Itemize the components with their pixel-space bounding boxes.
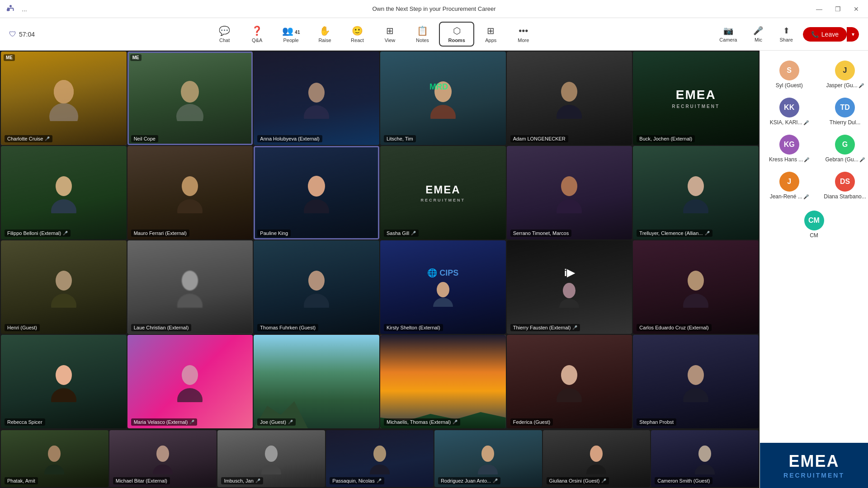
pauline-name: Pauline King xyxy=(260,230,288,236)
video-cell-michael[interactable]: Michael Bitar (External) xyxy=(109,430,217,487)
nav-apps[interactable]: ⊞ Apps xyxy=(475,23,507,46)
thomas-video xyxy=(254,240,379,334)
video-cell-joe[interactable]: Joe (Guest) 🎤 xyxy=(254,335,379,428)
video-cell-pauline[interactable]: Pauline King xyxy=(254,146,379,239)
video-cell-giuliana[interactable]: Giuliana Orsini (Guest) 🎤 xyxy=(543,430,651,487)
camera-button[interactable]: 📷 Camera xyxy=(713,23,743,45)
nav-people[interactable]: 👥 41 People xyxy=(274,23,308,46)
minimize-button[interactable]: — xyxy=(812,4,826,14)
video-cell-rebecca[interactable]: Rebecca Spicer xyxy=(1,335,127,428)
svg-point-35 xyxy=(56,365,72,385)
view-icon: ⊞ xyxy=(386,25,394,36)
rebecca-video xyxy=(1,335,127,428)
name-tag-anna: Anna Holubyeva (External) xyxy=(257,135,322,142)
sasha-mic: 🎤 xyxy=(411,231,416,235)
video-cell-carlos[interactable]: Carlos Eduardo Cruz (External) xyxy=(633,240,759,334)
more-options-button[interactable]: ... xyxy=(18,4,31,14)
imbusch-name: Imbusch, Jan xyxy=(224,478,253,483)
svg-point-47 xyxy=(153,465,173,474)
people-icon-wrap: 👥 41 xyxy=(282,25,300,36)
video-cell-maria[interactable]: Maria Velasco (External) 🎤 xyxy=(127,335,253,428)
restore-button[interactable]: ❐ xyxy=(831,4,844,14)
cm-name: CM xyxy=(810,232,818,239)
avatar-thierry-d: TD xyxy=(835,98,855,117)
video-cell-thomas[interactable]: Thomas Fuhrken (Guest) xyxy=(254,240,379,334)
nav-react[interactable]: 🙂 React xyxy=(341,23,373,46)
avatar-cm: CM xyxy=(804,211,824,230)
video-cell-neil[interactable]: ME Neil Cope xyxy=(127,52,253,145)
name-tag-serrano: Serrano Timonet, Marcos xyxy=(510,230,572,237)
video-cell-kirsty[interactable]: 🌐 CIPS Kirsty Shelton (External) xyxy=(380,240,506,334)
neil-name: Neil Cope xyxy=(134,136,156,141)
name-tag-neil: Neil Cope xyxy=(131,135,158,142)
svg-point-42 xyxy=(688,365,704,385)
video-cell-serrano[interactable]: Serrano Timonet, Marcos xyxy=(507,146,632,239)
video-cell-litsche[interactable]: MRD Litsche, Tim xyxy=(380,52,506,145)
video-cell-stephan[interactable]: Stephan Probst xyxy=(633,335,759,428)
svg-point-27 xyxy=(308,271,325,291)
raise-label: Raise xyxy=(318,38,331,43)
video-cell-imbusch[interactable]: Imbusch, Jan 🎤 xyxy=(217,430,325,487)
nav-raise[interactable]: ✋ Raise xyxy=(309,23,340,46)
nav-view[interactable]: ⊞ View xyxy=(374,23,406,46)
video-cell-sasha[interactable]: EMEA RECRUITMENT Sasha Gill 🎤 xyxy=(380,146,506,239)
video-cell-phatak[interactable]: Phatak, Amit xyxy=(1,430,108,487)
nav-rooms[interactable]: ⬡ Rooms xyxy=(439,22,474,47)
leave-button[interactable]: 📞 Leave xyxy=(803,27,847,42)
video-cell-henri[interactable]: Henri (Guest) xyxy=(1,240,127,334)
nav-qa[interactable]: ❓ Q&A xyxy=(241,23,273,46)
video-cell-adam[interactable]: Adam LONGENECKER xyxy=(507,52,632,145)
video-cell-thierry-f[interactable]: i▶ Thierry Fausten (External) 🎤 xyxy=(507,240,632,334)
bottom-row: Phatak, Amit Michael Bitar (External) Im… xyxy=(0,429,760,488)
avatar-syl: S xyxy=(779,61,799,80)
svg-point-20 xyxy=(557,199,582,213)
avatar-jean-rene: J xyxy=(779,172,799,192)
leave-dropdown-button[interactable]: ▾ xyxy=(847,27,859,42)
meeting-title: Own the Next Step in your Procurement Ca… xyxy=(372,5,495,12)
federica-name: Federica (Guest) xyxy=(513,419,551,425)
svg-point-34 xyxy=(683,294,708,308)
name-tag-rodriguez: Rodriguez Juan Anto... 🎤 xyxy=(438,477,500,484)
laue-name: Laue Christian (External) xyxy=(134,325,189,330)
laue-video xyxy=(127,240,253,334)
svg-point-28 xyxy=(304,294,329,308)
video-cell-filippo[interactable]: Filippo Belloni (External) 🎤 xyxy=(1,146,127,239)
name-tag-thomas: Thomas Fuhrken (Guest) xyxy=(257,324,318,331)
trelluyer-video xyxy=(633,146,759,239)
participant-gebran: G Gebran (Gu... 🎤 xyxy=(818,132,868,165)
share-button[interactable]: ⬆ Share xyxy=(773,23,799,45)
video-cell-anna[interactable]: Anna Holubyeva (External) xyxy=(254,52,379,145)
rooms-icon: ⬡ xyxy=(453,25,461,36)
video-cell-rodriguez[interactable]: Rodriguez Juan Anto... 🎤 xyxy=(434,430,542,487)
nav-more[interactable]: ••• More xyxy=(508,23,539,46)
rodriguez-name: Rodriguez Juan Anto... xyxy=(441,478,491,483)
people-count: 41 xyxy=(295,30,300,35)
timer-section: 🛡 57:04 xyxy=(9,30,35,38)
close-button[interactable]: ✕ xyxy=(850,4,863,14)
video-cell-michaelis[interactable]: Michaelis, Thomas (External) 🎤 xyxy=(380,335,506,428)
name-tag-joe: Joe (Guest) 🎤 xyxy=(257,418,295,426)
video-cell-laue[interactable]: Laue Christian (External) xyxy=(127,240,253,334)
kress-initials: KG xyxy=(784,141,795,149)
nav-chat[interactable]: 💬 Chat xyxy=(209,23,241,46)
video-cell-cameron[interactable]: Cameron Smith (Guest) xyxy=(651,430,759,487)
video-cell-buck[interactable]: EMEA RECRUITMENT Buck, Jochen (External) xyxy=(633,52,759,145)
svg-text:MRD: MRD xyxy=(429,82,448,91)
anna-video xyxy=(254,52,379,145)
name-tag-giuliana: Giuliana Orsini (Guest) 🎤 xyxy=(547,477,609,484)
nav-notes[interactable]: 📋 Notes xyxy=(406,23,438,46)
video-cell-trelluyer[interactable]: Trelluyer, Clemence (Allian... 🎤 xyxy=(633,146,759,239)
name-tag-kirsty: Kirsty Shelton (External) xyxy=(384,324,443,331)
svg-point-25 xyxy=(182,271,198,291)
video-cell-mauro[interactable]: Mauro Ferrari (External) xyxy=(127,146,253,239)
emea-branding: EMEA RECRUITMENT xyxy=(760,443,868,488)
neil-video xyxy=(127,52,253,145)
video-cell-passaquin[interactable]: Passaquin, Nicolas 🎤 xyxy=(326,430,434,487)
serrano-name: Serrano Timonet, Marcos xyxy=(513,230,569,236)
svg-point-40 xyxy=(561,365,577,385)
meeting-timer: 57:04 xyxy=(19,31,35,38)
video-cell-charlotte[interactable]: ME Charlotte Cruise 🎤 xyxy=(1,52,127,145)
mic-button[interactable]: 🎤 Mic xyxy=(747,23,769,45)
thierry-d-name: Thierry Dul... xyxy=(830,119,861,126)
video-cell-federica[interactable]: Federica (Guest) xyxy=(507,335,632,428)
